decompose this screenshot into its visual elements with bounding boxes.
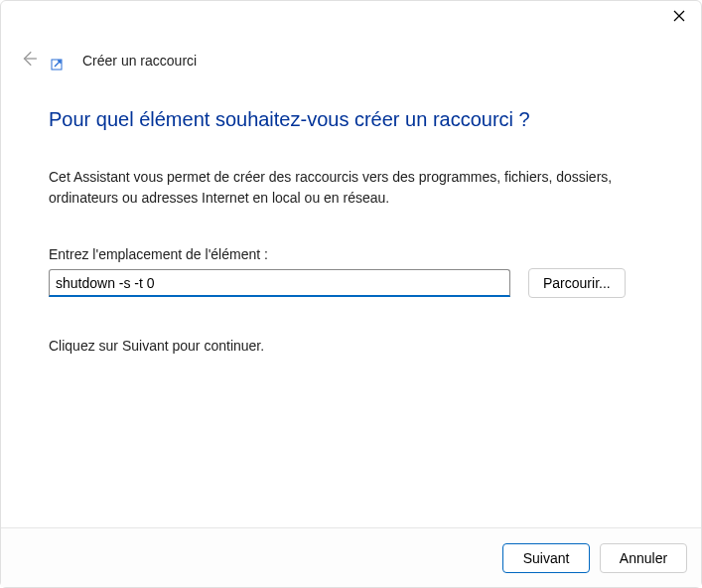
close-button[interactable] <box>671 9 687 25</box>
location-label: Entrez l'emplacement de l'élément : <box>49 246 653 262</box>
cancel-button[interactable]: Annuler <box>600 543 687 573</box>
close-icon <box>673 8 685 26</box>
input-row: Parcourir... <box>49 268 653 298</box>
location-input[interactable] <box>49 269 510 297</box>
back-button[interactable] <box>19 51 39 71</box>
footer: Suivant Annuler <box>1 527 701 587</box>
header-row: Créer un raccourci <box>1 33 701 71</box>
next-button[interactable]: Suivant <box>502 543 590 573</box>
continue-hint: Cliquez sur Suivant pour continuer. <box>49 338 653 354</box>
wizard-title: Créer un raccourci <box>82 53 197 69</box>
back-arrow-icon <box>20 50 38 72</box>
content-area: Pour quel élément souhaitez-vous créer u… <box>1 71 701 527</box>
titlebar <box>1 1 701 33</box>
page-heading: Pour quel élément souhaitez-vous créer u… <box>49 108 653 131</box>
browse-button[interactable]: Parcourir... <box>528 268 626 298</box>
page-description: Cet Assistant vous permet de créer des r… <box>49 167 625 209</box>
shortcut-icon <box>51 57 65 71</box>
create-shortcut-wizard: Créer un raccourci Pour quel élément sou… <box>0 0 702 588</box>
